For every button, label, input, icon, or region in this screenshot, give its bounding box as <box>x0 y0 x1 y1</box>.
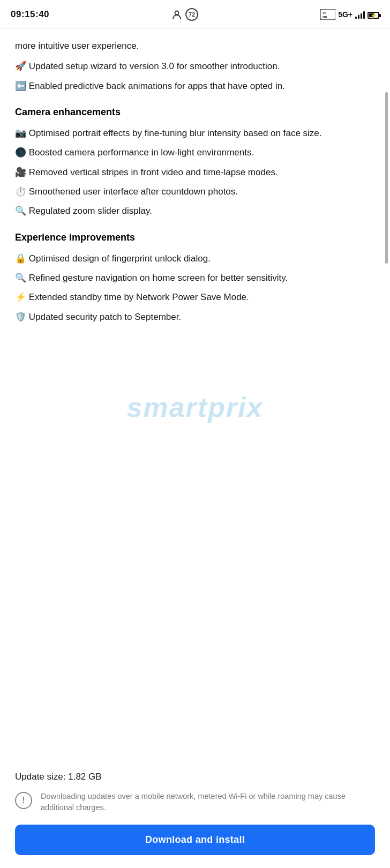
bullet-item-security: 🛡️ Updated security patch to September. <box>15 310 375 324</box>
bullet-text-gesture: Refined gesture navigation on home scree… <box>29 273 288 283</box>
person-icon <box>171 9 182 20</box>
bullet-text-security: Updated security patch to September. <box>29 312 181 322</box>
bullet-item-lowlight: 🌑 Boosted camera performance in low-ligh… <box>15 146 375 160</box>
warning-text: Downloading updates over a mobile networ… <box>41 791 375 814</box>
bullet-text-wizard: Updated setup wizard to version 3.0 for … <box>29 61 280 71</box>
bullet-emoji-standby: ⚡ <box>15 292 26 302</box>
bullet-item-wizard: 🚀 Updated setup wizard to version 3.0 fo… <box>15 59 375 73</box>
vo-nr-icon: Vo NR <box>320 9 335 20</box>
bullet-item-portrait: 📷 Optimised portrait effects by fine-tun… <box>15 126 375 140</box>
bullet-item-zoom: 🔍 Regulated zoom slider display. <box>15 204 375 218</box>
status-bar: 09:15:40 72 Vo NR 5G+ ⚡ <box>0 0 390 28</box>
notification-badge: 72 <box>185 8 198 21</box>
scrollbar-thumb[interactable] <box>385 92 388 264</box>
bottom-section: Update size: 1.82 GB ! Downloading updat… <box>0 763 390 869</box>
main-content: more intuitive user experience. 🚀 Update… <box>0 28 390 405</box>
bullet-text-portrait: Optimised portrait effects by fine-tunin… <box>29 128 322 138</box>
svg-point-0 <box>175 11 179 15</box>
warning-row: ! Downloading updates over a mobile netw… <box>15 791 375 814</box>
signal-bars <box>355 10 365 19</box>
bullet-item-standby: ⚡ Extended standby time by Network Power… <box>15 290 375 304</box>
status-right-icons: Vo NR 5G+ ⚡ <box>320 9 379 20</box>
update-size: Update size: 1.82 GB <box>15 772 375 782</box>
bullet-text-lowlight: Boosted camera performance in low-light … <box>29 147 254 158</box>
bullet-item-fingerprint: 🔒 Optimised design of fingerprint unlock… <box>15 252 375 266</box>
warning-icon: ! <box>15 792 32 809</box>
intro-text: more intuitive user experience. <box>15 39 375 53</box>
bullet-emoji-portrait: 📷 <box>15 128 26 138</box>
bullet-text-countdown: Smoothened user interface after countdow… <box>29 186 238 197</box>
bullet-emoji-countdown: ⏱️ <box>15 186 26 197</box>
svg-text:NR: NR <box>322 16 327 19</box>
bullet-emoji-back: ⬅️ <box>15 81 26 91</box>
bullet-item-back: ⬅️ Enabled predictive back animations fo… <box>15 79 375 93</box>
bullet-text-zoom: Regulated zoom slider display. <box>29 206 152 216</box>
scrollbar-track <box>385 28 388 868</box>
bullet-item-countdown: ⏱️ Smoothened user interface after count… <box>15 185 375 199</box>
bullet-item-stripes: 🎥 Removed vertical stripes in front vide… <box>15 166 375 179</box>
bullet-emoji-fingerprint: 🔒 <box>15 253 26 264</box>
section-title-experience: Experience improvements <box>15 230 375 245</box>
bullet-emoji-stripes: 🎥 <box>15 167 26 177</box>
bullet-text-standby: Extended standby time by Network Power S… <box>29 292 249 302</box>
bullet-text-back: Enabled predictive back animations for a… <box>29 81 285 91</box>
network-type: 5G+ <box>338 10 352 19</box>
bullet-emoji-gesture: 🔍 <box>15 273 26 283</box>
bullet-text-stripes: Removed vertical stripes in front video … <box>29 167 278 177</box>
status-notification-icons: 72 <box>171 8 198 21</box>
svg-text:Vo: Vo <box>322 11 327 14</box>
bullet-text-fingerprint: Optimised design of fingerprint unlock d… <box>29 253 211 264</box>
download-install-button[interactable]: Download and install <box>15 825 375 855</box>
bullet-emoji-zoom: 🔍 <box>15 206 26 216</box>
bullet-emoji-lowlight: 🌑 <box>15 147 26 158</box>
section-title-camera: Camera enhancements <box>15 105 375 120</box>
status-time: 09:15:40 <box>11 9 49 20</box>
bullet-item-gesture: 🔍 Refined gesture navigation on home scr… <box>15 271 375 285</box>
battery-icon: ⚡ <box>368 10 379 19</box>
bullet-emoji-wizard: 🚀 <box>15 61 26 71</box>
bullet-emoji-security: 🛡️ <box>15 312 26 322</box>
